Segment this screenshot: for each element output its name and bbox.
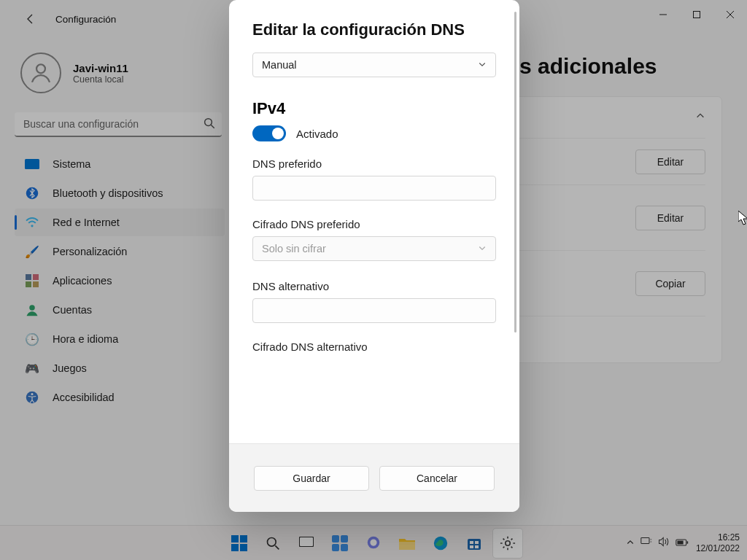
toggle-label: Activado [296,128,338,140]
preferred-enc-select[interactable]: Solo sin cifrar [252,236,496,261]
select-value: Manual [262,59,297,71]
select-value: Solo sin cifrar [262,243,326,254]
modal-scrollbar[interactable] [514,12,516,332]
chevron-down-icon [478,59,487,71]
alt-enc-label: Cifrado DNS alternativo [252,341,496,353]
ipv4-heading: IPv4 [252,99,496,118]
alt-dns-label: DNS alternativo [252,280,496,292]
chevron-down-icon [478,243,487,254]
preferred-enc-label: Cifrado DNS preferido [252,218,496,230]
modal-title: Editar la configuración DNS [252,20,496,39]
preferred-dns-input[interactable] [252,176,496,201]
modal-footer: Guardar Cancelar [229,443,519,512]
dns-mode-select[interactable]: Manual [252,52,496,77]
save-button[interactable]: Guardar [254,466,369,491]
cancel-button[interactable]: Cancelar [379,466,495,491]
preferred-dns-label: DNS preferido [252,158,496,170]
modal-body: Editar la configuración DNS Manual IPv4 … [229,0,519,443]
ipv4-toggle[interactable] [252,125,286,141]
dns-settings-modal: Editar la configuración DNS Manual IPv4 … [229,0,519,512]
alt-dns-input[interactable] [252,298,496,323]
